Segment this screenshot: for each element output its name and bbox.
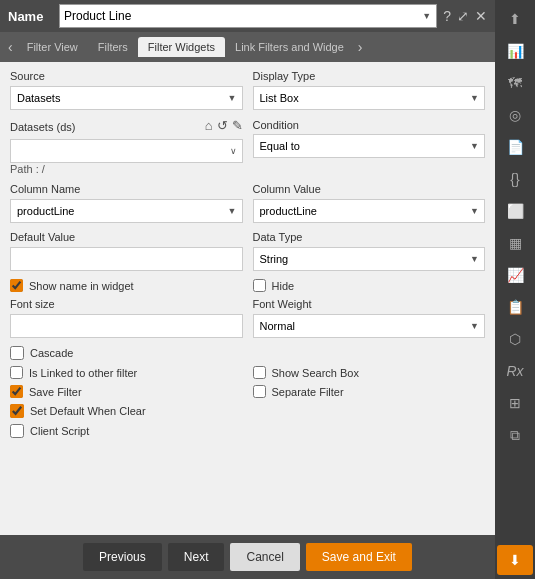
column-value-label: Column Value <box>253 183 486 195</box>
linked-col: Is Linked to other filter <box>10 366 243 379</box>
path-row: Path : / <box>10 163 243 175</box>
sidebar-table-icon[interactable]: ▦ <box>497 228 533 258</box>
cancel-button[interactable]: Cancel <box>230 543 299 571</box>
show-name-col: Show name in widget <box>10 279 243 292</box>
sidebar-download-icon[interactable]: ⬇ <box>497 545 533 575</box>
font-row: Font size 12 Font Weight Normal <box>10 298 485 338</box>
source-display-row: Source Datasets Display Type List Box <box>10 70 485 110</box>
display-type-select-wrapper[interactable]: List Box <box>253 86 486 110</box>
default-value-input[interactable] <box>10 247 243 271</box>
datasets-input[interactable]: salesb <box>10 139 243 163</box>
content-area: Source Datasets Display Type List Box <box>0 62 495 535</box>
next-button[interactable]: Next <box>168 543 225 571</box>
tab-bar: ‹ Filter View Filters Filter Widgets Lin… <box>0 32 495 62</box>
cascade-label[interactable]: Cascade <box>30 347 73 359</box>
condition-label: Condition <box>253 119 299 131</box>
cascade-checkbox[interactable] <box>10 346 24 360</box>
source-label: Source <box>10 70 243 82</box>
sidebar-rx-icon[interactable]: Rx <box>497 356 533 386</box>
tab-next-btn[interactable]: › <box>354 39 367 55</box>
separate-filter-label[interactable]: Separate Filter <box>272 386 344 398</box>
column-value-select-wrapper[interactable]: productLine <box>253 199 486 223</box>
font-weight-select[interactable]: Normal <box>253 314 486 338</box>
tab-filters[interactable]: Filters <box>88 37 138 57</box>
sidebar-map-icon[interactable]: 🗺 <box>497 68 533 98</box>
close-icon[interactable]: ✕ <box>475 8 487 24</box>
separate-filter-checkbox[interactable] <box>253 385 266 398</box>
client-script-label[interactable]: Client Script <box>30 425 89 437</box>
save-exit-button[interactable]: Save and Exit <box>306 543 412 571</box>
column-name-select-wrapper[interactable]: productLine <box>10 199 243 223</box>
set-default-row: Set Default When Clear <box>10 404 485 418</box>
data-type-group: Data Type String <box>253 231 486 271</box>
sidebar-image-icon[interactable]: ⬜ <box>497 196 533 226</box>
cascade-row: Cascade <box>10 346 485 360</box>
client-script-checkbox[interactable] <box>10 424 24 438</box>
separate-filter-col: Separate Filter <box>253 385 486 398</box>
sidebar-chart2-icon[interactable]: 📈 <box>497 260 533 290</box>
column-value-select[interactable]: productLine <box>253 199 486 223</box>
sidebar-brackets-icon[interactable]: {} <box>497 164 533 194</box>
data-type-select[interactable]: String <box>253 247 486 271</box>
display-type-label: Display Type <box>253 70 486 82</box>
sidebar-gauge-icon[interactable]: ◎ <box>497 100 533 130</box>
condition-select[interactable]: Equal to <box>253 134 486 158</box>
show-name-label[interactable]: Show name in widget <box>29 280 134 292</box>
show-hide-row: Show name in widget Hide <box>10 279 485 292</box>
save-filter-checkbox[interactable] <box>10 385 23 398</box>
save-separate-row: Save Filter Separate Filter <box>10 385 485 398</box>
tab-link-filters[interactable]: Link Filters and Widge <box>225 37 354 57</box>
set-default-label[interactable]: Set Default When Clear <box>30 405 146 417</box>
datasets-edit-icon[interactable]: ✎ <box>232 118 243 133</box>
right-sidebar: ⬆ 📊 🗺 ◎ 📄 {} ⬜ ▦ 📈 📋 ⬡ Rx ⊞ ⧉ ⬇ <box>495 0 535 579</box>
sidebar-up-icon[interactable]: ⬆ <box>497 4 533 34</box>
sidebar-doc-icon[interactable]: 📄 <box>497 132 533 162</box>
previous-button[interactable]: Previous <box>83 543 162 571</box>
show-search-checkbox[interactable] <box>253 366 266 379</box>
source-group: Source Datasets <box>10 70 243 110</box>
sidebar-bar-chart-icon[interactable]: 📊 <box>497 36 533 66</box>
tab-filter-widgets[interactable]: Filter Widgets <box>138 37 225 57</box>
linked-search-row: Is Linked to other filter Show Search Bo… <box>10 366 485 379</box>
column-value-group: Column Value productLine <box>253 183 486 223</box>
header-icons: ? ⤢ ✕ <box>443 8 487 24</box>
name-label: Name <box>8 9 53 24</box>
show-search-col: Show Search Box <box>253 366 486 379</box>
hide-col: Hide <box>253 279 486 292</box>
hide-checkbox[interactable] <box>253 279 266 292</box>
save-filter-col: Save Filter <box>10 385 243 398</box>
default-datatype-row: Default Value Data Type String <box>10 231 485 271</box>
source-select-wrapper[interactable]: Datasets <box>10 86 243 110</box>
tab-prev-btn[interactable]: ‹ <box>4 39 17 55</box>
column-name-select[interactable]: productLine <box>10 199 243 223</box>
show-search-label[interactable]: Show Search Box <box>272 367 359 379</box>
font-weight-select-wrapper[interactable]: Normal <box>253 314 486 338</box>
move-icon[interactable]: ⤢ <box>457 8 469 24</box>
font-size-input[interactable]: 12 <box>10 314 243 338</box>
save-filter-label[interactable]: Save Filter <box>29 386 82 398</box>
column-name-label: Column Name <box>10 183 243 195</box>
name-select[interactable]: Product Line <box>59 4 437 28</box>
tab-filter-view[interactable]: Filter View <box>17 37 88 57</box>
is-linked-label[interactable]: Is Linked to other filter <box>29 367 137 379</box>
font-size-group: Font size 12 <box>10 298 243 338</box>
help-icon[interactable]: ? <box>443 8 451 24</box>
show-name-checkbox[interactable] <box>10 279 23 292</box>
set-default-checkbox[interactable] <box>10 404 24 418</box>
sidebar-doc2-icon[interactable]: 📋 <box>497 292 533 322</box>
datasets-home-icon[interactable]: ⌂ <box>205 118 213 133</box>
name-select-wrapper[interactable]: Product Line <box>59 4 437 28</box>
datasets-input-wrapper[interactable]: salesb ∨ <box>10 139 243 163</box>
display-type-group: Display Type List Box <box>253 70 486 110</box>
sidebar-network-icon[interactable]: ⬡ <box>497 324 533 354</box>
hide-label[interactable]: Hide <box>272 280 295 292</box>
datasets-reload-icon[interactable]: ↺ <box>217 118 228 133</box>
is-linked-checkbox[interactable] <box>10 366 23 379</box>
sidebar-layers-icon[interactable]: ⧉ <box>497 420 533 450</box>
condition-select-wrapper[interactable]: Equal to <box>253 134 486 158</box>
data-type-select-wrapper[interactable]: String <box>253 247 486 271</box>
source-select[interactable]: Datasets <box>10 86 243 110</box>
column-row: Column Name productLine Column Value pro… <box>10 183 485 223</box>
display-type-select[interactable]: List Box <box>253 86 486 110</box>
sidebar-table2-icon[interactable]: ⊞ <box>497 388 533 418</box>
